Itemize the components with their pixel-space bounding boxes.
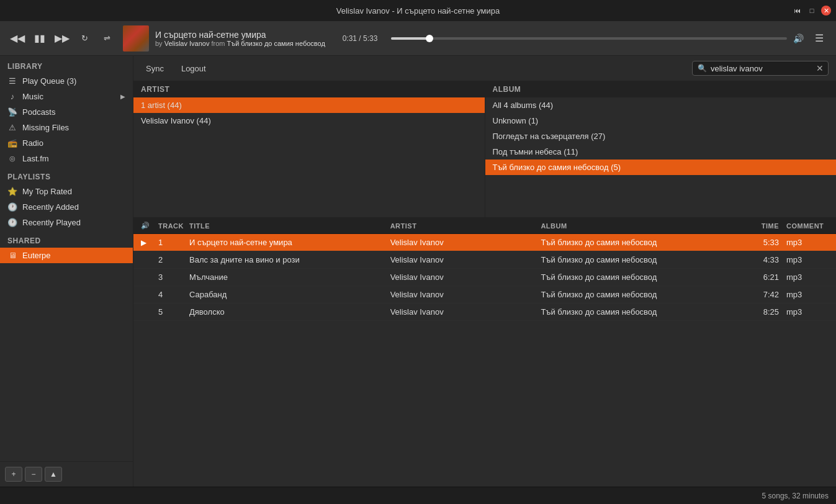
time-display: 0:31 / 5:33 — [335, 34, 385, 43]
track-time-cell: 5:33 — [742, 238, 779, 247]
search-input[interactable] — [711, 64, 815, 73]
previous-button[interactable]: ◀◀ — [7, 29, 27, 48]
sidebar-item-music[interactable]: ♪ Music ▶ — [0, 89, 133, 104]
euterpe-icon: 🖥 — [7, 251, 17, 260]
music-arrow-icon: ▶ — [120, 93, 125, 100]
album-item-unknown[interactable]: Unknown (1) — [485, 113, 837, 128]
album-art-image — [123, 25, 149, 52]
track-row[interactable]: 4 Сарабанд Velislav Ivanov Тъй близко до… — [133, 286, 836, 304]
menu-button[interactable]: ☰ — [810, 30, 829, 47]
progress-thumb[interactable] — [426, 35, 433, 42]
minimize-button[interactable]: ⏮ — [791, 5, 802, 16]
playlists-label: Playlists — [0, 166, 133, 184]
config-button[interactable]: ▲ — [45, 467, 62, 482]
track-list: ▶ 1 И сърцето най-сетне умира Velislav I… — [133, 234, 836, 487]
pause-button[interactable]: ▮▮ — [30, 29, 50, 48]
header-track: Track — [158, 222, 189, 230]
shuffle-button[interactable]: ⇌ — [97, 29, 117, 48]
sidebar-label-music: Music — [22, 92, 43, 101]
album-item-pod-tymni[interactable]: Под тъмни небеса (11) — [485, 144, 837, 160]
search-container: 🔍 ✕ — [692, 61, 829, 76]
track-row[interactable]: 3 Мълчание Velislav Ivanov Тъй близко до… — [133, 269, 836, 286]
search-clear-button[interactable]: ✕ — [815, 63, 825, 73]
header-artist: Artist — [390, 222, 541, 230]
close-button[interactable]: ✕ — [821, 6, 831, 16]
track-album-cell: Тъй близко до самия небосвод — [541, 255, 742, 264]
next-button[interactable]: ▶▶ — [52, 29, 72, 48]
sidebar-label-euterpe: Euterpe — [22, 251, 51, 260]
track-row[interactable]: 5 Дяволско Velislav Ivanov Тъй близко до… — [133, 304, 836, 321]
player-controls: ◀◀ ▮▮ ▶▶ ↻ ⇌ — [7, 29, 117, 48]
sidebar-item-lastfm[interactable]: ◎ Last.fm — [0, 151, 133, 166]
artist-item-velislav[interactable]: Velislav Ivanov (44) — [133, 113, 485, 128]
sidebar-label-recently-added: Recently Added — [22, 202, 79, 212]
sidebar-item-recently-added[interactable]: 🕐 Recently Added — [0, 199, 133, 215]
header-playing: 🔊 — [141, 222, 158, 230]
track-comment-cell: mp3 — [779, 307, 829, 317]
content-area: Sync Logout 🔍 ✕ Artist 1 artist (44) Vel… — [133, 56, 836, 487]
logout-button[interactable]: Logout — [176, 61, 211, 76]
track-number: 2 — [158, 255, 189, 264]
artist-all-item[interactable]: 1 artist (44) — [133, 97, 485, 113]
track-time-cell: 4:33 — [742, 255, 779, 264]
album-all-item[interactable]: All 4 albums (44) — [485, 97, 837, 113]
header-title: Title — [189, 222, 390, 230]
sidebar-item-my-top-rated[interactable]: ⭐ My Top Rated — [0, 184, 133, 199]
toolbar: Sync Logout 🔍 ✕ — [133, 56, 836, 81]
track-comment-cell: mp3 — [779, 238, 829, 247]
header-time: Time — [742, 222, 779, 230]
track-album: Тъй близко до самия небосвод — [227, 40, 325, 47]
sidebar-item-podcasts[interactable]: 📡 Podcasts — [0, 104, 133, 120]
track-title-cell: Дяволско — [189, 307, 390, 317]
track-title: И сърцето най-сетне умира — [155, 30, 329, 40]
shared-label: Shared — [0, 230, 133, 248]
track-row[interactable]: ▶ 1 И сърцето най-сетне умира Velislav I… — [133, 234, 836, 251]
artist-header: Artist — [133, 81, 485, 97]
add-button[interactable]: + — [5, 467, 22, 482]
track-title-cell: Валс за дните на вино и рози — [189, 255, 390, 264]
volume-icon: 🔊 — [793, 34, 804, 43]
sidebar-label-play-queue: Play Queue (3) — [22, 76, 76, 86]
album-pane: Album All 4 albums (44) Unknown (1) Погл… — [485, 81, 837, 217]
top-rated-icon: ⭐ — [7, 187, 17, 196]
recently-added-icon: 🕐 — [7, 202, 17, 212]
sidebar-label-missing-files: Missing Files — [22, 123, 69, 132]
sidebar-item-play-queue[interactable]: ☰ Play Queue (3) — [0, 73, 133, 89]
title-bar: Velislav Ivanov - И сърцето най-сетне ум… — [0, 0, 836, 21]
track-info: И сърцето най-сетне умира by Velislav Iv… — [155, 30, 329, 47]
track-title-cell: Сарабанд — [189, 290, 390, 299]
progress-bar[interactable] — [391, 37, 787, 40]
header-comment: Comment — [779, 222, 829, 230]
maximize-button[interactable]: □ — [806, 5, 817, 16]
sidebar-item-recently-played[interactable]: 🕐 Recently Played — [0, 215, 133, 230]
sidebar-item-radio[interactable]: 📻 Radio — [0, 135, 133, 151]
album-item-tuy-blizko[interactable]: Тъй близко до самия небосвод (5) — [485, 160, 837, 175]
artist-pane: Artist 1 artist (44) Velislav Ivanov (44… — [133, 81, 485, 217]
missing-files-icon: ⚠ — [7, 123, 17, 132]
sync-button[interactable]: Sync — [141, 61, 169, 76]
track-artist-cell: Velislav Ivanov — [390, 238, 541, 247]
repeat-button[interactable]: ↻ — [74, 29, 94, 48]
track-artist: Velislav Ivanov — [164, 40, 210, 47]
lastfm-icon: ◎ — [7, 155, 17, 163]
status-text: 5 songs, 32 minutes — [762, 492, 829, 500]
album-item-pogled[interactable]: Погледът на съзерцателя (27) — [485, 128, 837, 144]
track-row[interactable]: 2 Валс за дните на вино и рози Velislav … — [133, 251, 836, 269]
remove-button[interactable]: − — [25, 467, 42, 482]
browse-area: Artist 1 artist (44) Velislav Ivanov (44… — [133, 81, 836, 218]
sidebar-label-podcasts: Podcasts — [22, 107, 55, 117]
track-time-cell: 8:25 — [742, 307, 779, 317]
track-artist-cell: Velislav Ivanov — [390, 255, 541, 264]
track-playing-icon: ▶ — [141, 238, 158, 247]
sidebar-item-euterpe[interactable]: 🖥 Euterpe — [0, 248, 133, 263]
search-icon: 🔍 — [698, 64, 707, 73]
track-meta: by Velislav Ivanov from Тъй близко до са… — [155, 40, 329, 47]
player-bar: ◀◀ ▮▮ ▶▶ ↻ ⇌ И сърцето най-сетне умира b… — [0, 21, 836, 56]
window-title: Velislav Ivanov - И сърцето най-сетне ум… — [336, 6, 500, 16]
main-layout: Library ☰ Play Queue (3) ♪ Music ▶ 📡 Pod… — [0, 56, 836, 487]
sidebar-label-radio: Radio — [22, 138, 43, 148]
sidebar-item-missing-files[interactable]: ⚠ Missing Files — [0, 120, 133, 135]
track-time-cell: 6:21 — [742, 272, 779, 282]
track-artist-cell: Velislav Ivanov — [390, 307, 541, 317]
header-album: Album — [541, 222, 742, 230]
